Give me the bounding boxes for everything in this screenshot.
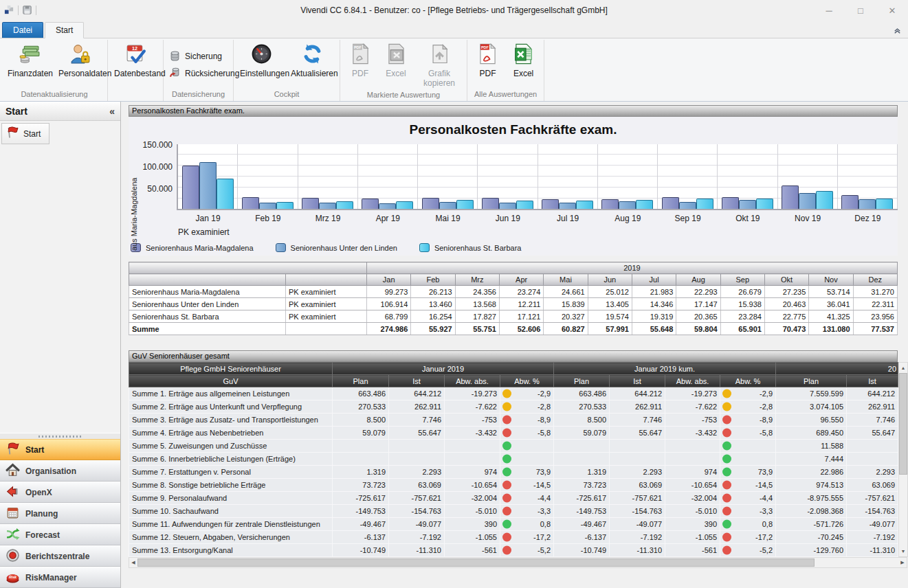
tab-start[interactable]: Start xyxy=(45,22,84,38)
table-row[interactable]: Summe274.98655.92755.75152.60660.82757.9… xyxy=(129,323,898,335)
cell-ist-jan: 55.647 xyxy=(389,427,445,440)
copy-graphic-icon xyxy=(428,43,451,67)
app-icon[interactable] xyxy=(4,5,14,16)
pdf-button[interactable]: PDFPDF xyxy=(343,40,377,89)
sidebar-item-riskmanager[interactable]: RiskRiskManager xyxy=(0,567,120,588)
einstellungen-button[interactable]: Einstellungen xyxy=(236,40,286,89)
guv-row[interactable]: Summe 1. Erträge aus allgemeinen Leistun… xyxy=(129,387,898,400)
cell-value: -3,3 xyxy=(538,507,551,515)
guv-row[interactable]: Summe 7. Erstattungen v. Personal1.3192.… xyxy=(129,466,898,479)
excel-button[interactable]: Excel xyxy=(507,40,541,89)
sub-header-abw-abs-6: Abw. abs. xyxy=(665,375,720,387)
svg-text:12: 12 xyxy=(131,45,137,52)
guv-row-label: Summe 3. Erträge aus Zusatz- und Transpo… xyxy=(129,414,333,427)
scroll-up-arrow[interactable]: ▲ xyxy=(899,363,907,373)
scroll-left-arrow[interactable]: ◀ xyxy=(129,558,137,568)
guv-row[interactable]: Summe 13. Entsorgung/Kanal-10.749-11.310… xyxy=(129,544,898,557)
save-icon[interactable] xyxy=(22,5,32,16)
guv-row[interactable]: Summe 2. Erträge aus Unterkunft und Verp… xyxy=(129,400,898,414)
scroll-right-arrow[interactable]: ▶ xyxy=(898,558,907,568)
vertical-scrollbar[interactable]: ▲ ▼ xyxy=(898,362,908,557)
sidebar-item-organisation[interactable]: Organisation xyxy=(0,460,120,482)
sidebar-empty-area xyxy=(0,144,120,433)
bar-group-okt-19 xyxy=(718,144,777,209)
cell-plan-year: -129.760 xyxy=(776,544,847,557)
sidebar-item-planung[interactable]: Planung xyxy=(0,503,120,524)
database-icon xyxy=(169,50,181,62)
horizontal-scrollbar-thumb[interactable] xyxy=(137,558,815,567)
cell-ist-kum: -757.621 xyxy=(610,492,665,505)
risk-icon: Risk xyxy=(5,569,20,586)
value-apr: 23.274 xyxy=(499,286,543,298)
scroll-down-arrow[interactable]: ▼ xyxy=(899,546,907,556)
sidebar-shortcut-start[interactable]: Start xyxy=(1,123,49,144)
guv-row[interactable]: Summe 11. Aufwendungen für zentrale Dien… xyxy=(129,518,898,531)
aktualisieren-button[interactable]: Aktualisieren xyxy=(287,40,337,89)
empty-header-cell xyxy=(286,274,367,286)
guv-row[interactable]: Summe 8. Sonstige betriebliche Erträge73… xyxy=(129,479,898,492)
chart-plot xyxy=(177,144,898,210)
datenbestand-button[interactable]: 12Datenbestand xyxy=(111,40,160,89)
guv-row[interactable]: Summe 5. Zuweisungen und Zuschüsse11.588 xyxy=(129,440,898,453)
pdf-button[interactable]: PDFPDF xyxy=(471,40,505,89)
sidebar-item-openx[interactable]: OpenX xyxy=(0,482,120,503)
table-row[interactable]: Seniorenhaus Maria-MagdalenaPK examinier… xyxy=(129,286,898,298)
guv-table-body: Summe 1. Erträge aus allgemeinen Leistun… xyxy=(129,387,898,557)
value-apr: 12.211 xyxy=(499,298,543,310)
cell-plan-kum: -149.753 xyxy=(554,505,610,518)
guv-row-label: Summe 4. Erträge aus Nebenbetrieben xyxy=(129,427,333,440)
vertical-scrollbar-thumb[interactable] xyxy=(899,373,907,475)
finanzdaten-button[interactable]: Finanzdaten xyxy=(4,40,54,89)
house-icon xyxy=(5,463,20,479)
bar-group-jul-19 xyxy=(538,144,598,209)
bar-seniorenhaus-unter-den-linden xyxy=(859,199,876,209)
value-okt: 22.775 xyxy=(764,310,808,323)
cell-plan-jan: 59.079 xyxy=(333,427,389,440)
ribbon-group-label xyxy=(111,89,160,101)
close-button[interactable]: ✕ xyxy=(876,0,908,21)
bar-seniorenhaus-maria-magdalena xyxy=(242,197,259,209)
cell-value: -8,9 xyxy=(760,416,773,424)
bar-seniorenhaus-st-barbara xyxy=(756,199,773,209)
personaldaten-button[interactable]: Personaldaten xyxy=(55,40,104,89)
cell-plan-kum xyxy=(554,453,610,466)
month-header-aug: Aug xyxy=(676,274,720,286)
r-cksicherung-button[interactable]: Rücksicherung xyxy=(166,67,230,80)
excel-button[interactable]: Excel xyxy=(379,40,413,89)
bar-seniorenhaus-maria-magdalena xyxy=(362,199,379,209)
value-mrz: 13.568 xyxy=(455,298,499,310)
y-tick-label: 150.000 xyxy=(143,140,173,150)
tab-datei[interactable]: Datei xyxy=(2,22,43,38)
guv-row[interactable]: Summe 12. Steuern, Abgaben, Versicherung… xyxy=(129,531,898,544)
title-bar: Vivendi CC 6.84.1 - Benutzer: co - [Pfle… xyxy=(0,0,908,21)
sidebar-splitter[interactable] xyxy=(0,433,120,439)
cell-abw-pct-jan: -8,9 xyxy=(500,414,554,427)
cell-plan-year: 7.559.599 xyxy=(776,387,847,400)
guv-row[interactable]: Summe 4. Erträge aus Nebenbetrieben59.07… xyxy=(129,427,898,440)
status-dot-red xyxy=(722,494,731,503)
value-dez: 23.956 xyxy=(853,310,897,323)
cell-abw-pct-jan: -14,5 xyxy=(500,479,554,492)
cell-value: -3,3 xyxy=(760,507,773,515)
guv-row[interactable]: Summe 6. Innerbetriebliche Leistungen (E… xyxy=(129,453,898,466)
sicherung-button[interactable]: Sicherung xyxy=(166,49,225,63)
maximize-button[interactable]: □ xyxy=(845,0,876,21)
guv-row[interactable]: Summe 3. Erträge aus Zusatz- und Transpo… xyxy=(129,414,898,427)
guv-row[interactable]: Summe 9. Personalaufwand-725.617-757.621… xyxy=(129,492,898,505)
sidebar-item-forecast[interactable]: Forecast xyxy=(0,524,120,545)
value-feb: 26.213 xyxy=(411,286,455,298)
table-row[interactable]: Seniorenhaus St. BarbaraPK examiniert68.… xyxy=(129,310,898,323)
cell-abw-abs-kum: 974 xyxy=(665,466,720,479)
sidebar-item-start[interactable]: Start xyxy=(0,439,120,460)
table-row[interactable]: Seniorenhaus Unter den LindenPK examinie… xyxy=(129,298,898,310)
guv-row-label: Summe 5. Zuweisungen und Zuschüsse xyxy=(129,440,333,453)
guv-row[interactable]: Summe 10. Sachaufwand-149.753-154.763-5.… xyxy=(129,505,898,518)
minimize-button[interactable]: ─ xyxy=(813,0,845,21)
money-icon xyxy=(18,43,41,67)
sidebar-item-berichtszentrale[interactable]: Berichtszentrale xyxy=(0,545,120,567)
y-tick-label: 50.000 xyxy=(147,184,173,194)
sidebar-collapse-icon[interactable]: « xyxy=(109,106,115,117)
collapse-ribbon-icon[interactable] xyxy=(893,25,902,36)
horizontal-scrollbar[interactable]: ◀ ▶ xyxy=(129,557,907,568)
grafik-kopieren-button[interactable]: Grafik kopieren xyxy=(414,40,464,89)
